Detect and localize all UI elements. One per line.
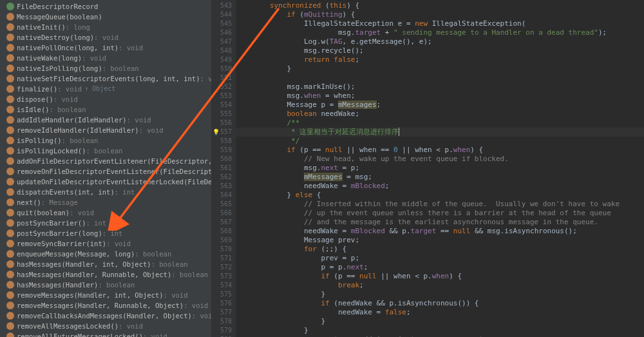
code-editor[interactable]: 5435445455465475485495505515525535545555… [211,0,644,337]
structure-item-label: finalize() [17,84,57,93]
structure-item[interactable]: removeAllMessagesLocked(): void [0,321,211,331]
method-icon [6,281,14,289]
code-line[interactable]: msg.when = when; [236,91,644,101]
code-line[interactable]: needWake = mBlocked; [236,182,644,191]
structure-item[interactable]: quit(boolean): void [0,207,211,218]
return-type: : long [66,23,90,32]
structure-item-label: isPolling() [17,136,62,145]
line-number: 568 [211,227,236,236]
structure-item[interactable]: addIdleHandler(IdleHandler): void [0,115,211,125]
line-number: 556 [211,119,236,128]
code-line[interactable]: } else { [236,191,644,200]
code-line[interactable]: // up the event queue unless there is a … [236,209,644,218]
line-number: 545 [211,19,236,28]
structure-item[interactable]: updateOnFileDescriptorEventListenerLocke… [0,177,211,187]
code-line[interactable] [236,73,644,82]
structure-item[interactable]: isPollingLocked(): boolean [0,146,211,156]
structure-item[interactable]: removeMessages(Handler, Runnable, Object… [0,300,211,311]
structure-item[interactable]: postSyncBarrier(long): int [0,228,211,238]
structure-item[interactable]: nativeSetFileDescriptorEvents(long, int,… [0,73,211,84]
code-line[interactable]: if (mQuitting) { [236,10,644,19]
code-line[interactable]: for (;;) { [236,245,644,254]
structure-item[interactable]: dispatchEvents(int, int): int [0,187,211,197]
line-number: 573 [211,272,236,281]
code-line[interactable]: needWake = mBlocked && p.target == null … [236,227,644,236]
structure-item[interactable]: hasMessages(Handler, int, Object): boole… [0,259,211,269]
structure-item-label: removeMessages(Handler, Runnable, Object… [17,301,184,310]
code-line[interactable]: synchronized (this) { [236,1,644,10]
code-line[interactable]: boolean needWake; [236,110,644,119]
code-line[interactable]: msg.next = p; [236,164,644,173]
return-type: : void [82,53,106,63]
structure-item[interactable]: removeIdleHandler(IdleHandler): void [0,125,211,135]
code-line[interactable]: if (p == null || when < p.when) { [236,272,644,281]
code-line[interactable]: } [236,290,644,299]
structure-item[interactable]: isIdle(): boolean [0,104,211,115]
structure-item[interactable]: nativePollOnce(long, int): void [0,43,211,53]
structure-sidebar[interactable]: FileDescriptorRecordMessageQueue(boolean… [0,0,211,337]
structure-item[interactable]: postSyncBarrier(): int [0,218,211,228]
structure-item-label: postSyncBarrier() [17,218,86,227]
code-line[interactable]: break; [236,281,644,290]
code-line[interactable]: Message prev; [236,236,644,245]
line-number: 546 [211,28,236,37]
structure-item-label: MessageQueue(boolean) [17,12,102,21]
structure-item-label: hasMessages(Handler, Runnable, Object) [17,270,171,279]
code-line[interactable]: msg.markInUse(); [236,82,644,91]
code-line[interactable]: msg.target + " sending message to a Hand… [236,28,644,37]
structure-item[interactable]: finalize(): void↑ Object [0,84,211,94]
structure-item[interactable]: FileDescriptorRecord [0,1,211,12]
line-number: 576 [211,299,236,308]
code-line[interactable]: IllegalStateException e = new IllegalSta… [236,19,644,28]
code-line[interactable]: } [236,326,644,335]
line-number: 549 [211,55,236,64]
code-line[interactable]: if (p == null || when == 0 || when < p.w… [236,146,644,155]
code-line[interactable]: /** [236,119,644,128]
structure-item[interactable]: next(): Message [0,197,211,207]
return-type: : int [115,188,135,197]
structure-item[interactable]: dispose(): void [0,94,211,104]
line-number: 575 [211,290,236,299]
code-line[interactable]: Log.w(TAG, e.getMessage(), e); [236,37,644,46]
structure-item[interactable]: hasMessages(Handler): boolean [0,280,211,290]
code-line[interactable]: * 这里相当于对延迟消息进行排序 [236,128,644,137]
code-line[interactable]: // and the message is the earliest async… [236,218,644,227]
structure-item[interactable]: enqueueMessage(Message, long): boolean [0,249,211,259]
structure-item[interactable]: nativeDestroy(long): void [0,32,211,43]
return-type: : void [200,74,211,83]
structure-item[interactable]: hasMessages(Handler, Runnable, Object): … [0,269,211,280]
code-line[interactable]: // Inserted within the middle of the que… [236,200,644,209]
structure-item[interactable]: removeOnFileDescriptorEventListener(File… [0,166,211,177]
structure-item[interactable]: isPolling(): boolean [0,135,211,146]
code-line[interactable]: needWake = false; [236,308,644,317]
structure-item[interactable]: nativeIsPolling(long): boolean [0,63,211,73]
structure-item-label: nativeInit() [17,23,66,32]
code-line[interactable]: } [236,317,644,326]
code-line[interactable]: prev = p; [236,254,644,263]
method-icon [6,106,14,113]
line-number: 554 [211,101,236,110]
code-line[interactable]: p = p.next; [236,263,644,272]
code-line[interactable]: // New head, wake up the event queue if … [236,155,644,164]
return-type: : int [102,229,123,238]
code-line[interactable]: */ [236,137,644,146]
code-line[interactable]: } [236,64,644,73]
structure-item[interactable]: removeSyncBarrier(int): void [0,238,211,249]
structure-item[interactable]: nativeWake(long): void [0,53,211,63]
structure-item[interactable]: addOnFileDescriptorEventListener(FileDes… [0,156,211,166]
structure-item[interactable]: removeAllFutureMessagesLocked(): void [0,331,211,337]
structure-item-label: next() [17,198,41,207]
code-area[interactable]: synchronized (this) { if (mQuitting) { I… [236,0,644,337]
code-line[interactable]: return false; [236,55,644,64]
code-line[interactable]: Message p = mMessages; [236,101,644,110]
method-icon [6,312,14,320]
structure-item[interactable]: removeCallbacksAndMessages(Handler, Obje… [0,311,211,321]
structure-item[interactable]: nativeInit(): long [0,22,211,32]
structure-item[interactable]: MessageQueue(boolean) [0,12,211,22]
structure-item-label: removeCallbacksAndMessages(Handler, Obje… [17,311,192,320]
line-gutter: 5435445455465475485495505515525535545555… [211,0,236,337]
structure-item[interactable]: removeMessages(Handler, int, Object): vo… [0,290,211,300]
code-line[interactable]: mMessages = msg; [236,173,644,182]
code-line[interactable]: if (needWake && p.isAsynchronous()) { [236,299,644,308]
code-line[interactable]: msg.recycle(); [236,46,644,55]
